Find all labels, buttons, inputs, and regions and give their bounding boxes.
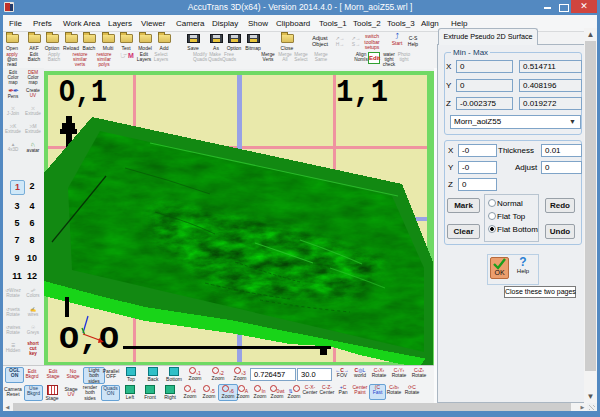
svg-text:1,1: 1,1 [336, 75, 388, 110]
svg-text:O,O: O,O [59, 322, 119, 357]
svg-text:O,1: O,1 [59, 75, 107, 110]
